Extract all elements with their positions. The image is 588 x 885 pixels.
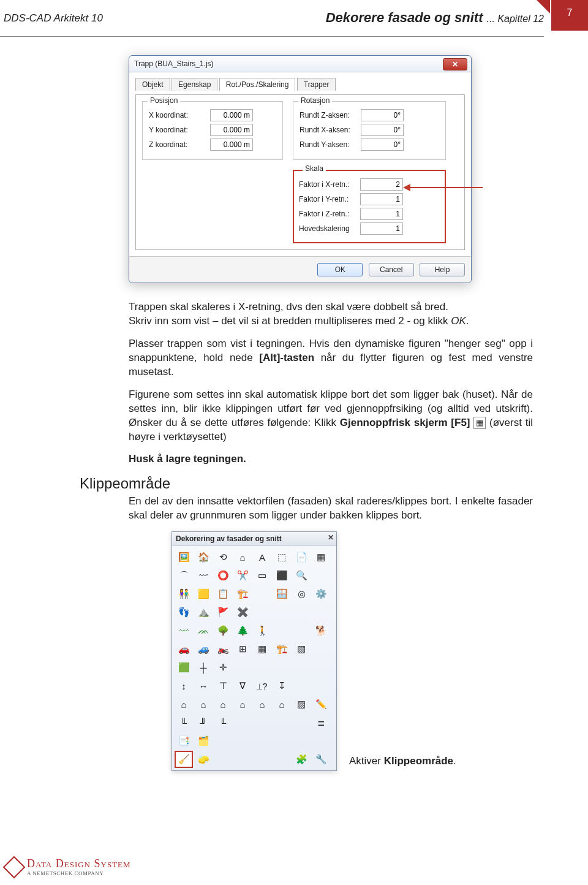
tool-icon[interactable]: ⭕ bbox=[214, 567, 232, 584]
tool-icon[interactable]: 🏠 bbox=[194, 549, 213, 566]
tool-icon[interactable] bbox=[312, 604, 330, 621]
tool-icon[interactable]: ⌂ bbox=[233, 549, 252, 566]
cancel-button[interactable]: Cancel bbox=[369, 263, 414, 276]
hovedskalering-input[interactable] bbox=[360, 222, 403, 235]
tool-icon[interactable]: ▦ bbox=[253, 640, 271, 658]
tool-icon[interactable]: 🌳 bbox=[214, 622, 232, 639]
tool-icon[interactable]: ▧ bbox=[292, 640, 311, 658]
tool-icon[interactable]: ⌂ bbox=[214, 696, 232, 713]
tool-icon[interactable]: 🚙 bbox=[194, 640, 213, 658]
faktor-x-input[interactable] bbox=[360, 178, 403, 191]
tool-icon[interactable] bbox=[312, 567, 330, 584]
tool-icon[interactable] bbox=[253, 585, 271, 602]
tool-icon[interactable] bbox=[292, 622, 311, 639]
tool-icon[interactable]: ▭ bbox=[253, 567, 271, 584]
tool-icon[interactable] bbox=[233, 659, 252, 676]
tool-icon[interactable] bbox=[233, 751, 252, 768]
tool-icon[interactable]: ✏️ bbox=[312, 696, 330, 713]
tool-icon[interactable]: ⌂ bbox=[233, 696, 252, 713]
tool-icon[interactable]: 🧽 bbox=[194, 751, 213, 768]
tool-icon[interactable]: ╙ bbox=[175, 714, 193, 731]
tool-icon[interactable]: ✖️ bbox=[233, 604, 252, 621]
toolbar-close-icon[interactable]: ✕ bbox=[328, 533, 334, 542]
tab-egenskap[interactable]: Egenskap bbox=[172, 78, 217, 91]
tool-icon[interactable]: 🚩 bbox=[214, 604, 232, 621]
tool-icon[interactable]: ╙ bbox=[214, 714, 232, 731]
tool-icon[interactable] bbox=[273, 659, 291, 676]
tool-icon[interactable]: ᨏ bbox=[194, 622, 213, 639]
tool-icon[interactable]: 🖼️ bbox=[175, 549, 193, 566]
tool-icon[interactable]: A bbox=[253, 549, 271, 566]
tool-icon[interactable]: 🏗️ bbox=[273, 640, 291, 658]
tool-icon[interactable] bbox=[292, 677, 311, 694]
tool-icon[interactable] bbox=[312, 640, 330, 658]
tool-icon[interactable]: 🔍 bbox=[292, 567, 311, 584]
tool-icon[interactable]: 📄 bbox=[292, 549, 311, 566]
ry-input[interactable] bbox=[361, 139, 404, 151]
y-coord-input[interactable] bbox=[210, 124, 253, 136]
tool-icon[interactable]: ▨ bbox=[292, 696, 311, 713]
tool-icon[interactable] bbox=[214, 732, 232, 750]
tool-icon[interactable]: 🚶 bbox=[253, 622, 271, 639]
tool-icon[interactable]: ◎ bbox=[292, 585, 311, 602]
tool-icon[interactable] bbox=[292, 604, 311, 621]
tool-icon[interactable]: ↕ bbox=[175, 677, 193, 694]
ok-button[interactable]: OK bbox=[317, 263, 363, 276]
klippeomrade-tool-icon[interactable]: 🧹 bbox=[175, 751, 193, 768]
tool-icon[interactable]: 📋 bbox=[214, 585, 232, 602]
faktor-z-input[interactable] bbox=[360, 208, 403, 220]
close-button[interactable]: ✕ bbox=[443, 58, 467, 70]
tool-icon[interactable]: ⊞ bbox=[233, 640, 252, 658]
tool-icon[interactable]: 🧩 bbox=[292, 751, 311, 768]
tool-icon[interactable] bbox=[253, 604, 271, 621]
tool-icon[interactable]: ∇ bbox=[233, 677, 252, 694]
tool-icon[interactable]: 🟨 bbox=[194, 585, 213, 602]
rx-input[interactable] bbox=[361, 124, 404, 136]
tool-icon[interactable]: 📑 bbox=[175, 732, 193, 750]
tool-icon[interactable] bbox=[253, 714, 271, 731]
tool-icon[interactable]: 👫 bbox=[175, 585, 193, 602]
tool-icon[interactable] bbox=[312, 659, 330, 676]
tool-icon[interactable]: ⌒ bbox=[175, 567, 193, 584]
tool-icon[interactable]: 🏍️ bbox=[214, 640, 232, 658]
tool-icon[interactable]: 🏗️ bbox=[233, 585, 252, 602]
tool-icon[interactable]: 🌲 bbox=[233, 622, 252, 639]
tool-icon[interactable]: ⌂ bbox=[253, 696, 271, 713]
z-coord-input[interactable] bbox=[210, 139, 253, 151]
tool-icon[interactable]: 〰 bbox=[175, 622, 193, 639]
tool-icon[interactable]: 〰 bbox=[194, 567, 213, 584]
faktor-y-input[interactable] bbox=[360, 193, 403, 205]
tool-icon[interactable]: ⌂ bbox=[194, 696, 213, 713]
tool-icon[interactable]: ⟂? bbox=[253, 677, 271, 694]
tool-icon[interactable] bbox=[253, 751, 271, 768]
tool-icon[interactable]: ╜ bbox=[194, 714, 213, 731]
tool-icon[interactable]: ↔ bbox=[194, 677, 213, 694]
tool-icon[interactable]: ⌂ bbox=[175, 696, 193, 713]
tool-icon[interactable]: 🪟 bbox=[273, 585, 291, 602]
tool-icon[interactable]: 🟩 bbox=[175, 659, 193, 676]
tab-trapper[interactable]: Trapper bbox=[297, 78, 336, 91]
tool-icon[interactable]: ⊤ bbox=[214, 677, 232, 694]
help-button[interactable]: Help bbox=[420, 263, 465, 276]
tool-icon[interactable]: 🚗 bbox=[175, 640, 193, 658]
tool-icon[interactable]: ✂️ bbox=[233, 567, 252, 584]
tool-icon[interactable]: 🔧 bbox=[312, 751, 330, 768]
tool-icon[interactable]: ⌂ bbox=[273, 696, 291, 713]
tab-rot-pos-skalering[interactable]: Rot./Pos./Skalering bbox=[219, 78, 296, 91]
tool-icon[interactable] bbox=[233, 732, 252, 750]
x-coord-input[interactable] bbox=[210, 109, 253, 121]
tool-icon[interactable] bbox=[253, 732, 271, 750]
tool-icon[interactable] bbox=[273, 732, 291, 750]
tab-objekt[interactable]: Objekt bbox=[135, 78, 170, 91]
tool-icon[interactable]: ⬚ bbox=[273, 549, 291, 566]
tool-icon[interactable] bbox=[292, 714, 311, 731]
tool-icon[interactable]: ⬛ bbox=[273, 567, 291, 584]
tool-icon[interactable] bbox=[292, 659, 311, 676]
tool-icon[interactable] bbox=[253, 659, 271, 676]
tool-icon[interactable]: 👣 bbox=[175, 604, 193, 621]
tool-icon[interactable]: ⚙️ bbox=[312, 585, 330, 602]
tool-icon[interactable] bbox=[273, 604, 291, 621]
rz-input[interactable] bbox=[361, 109, 404, 121]
tool-icon[interactable] bbox=[273, 622, 291, 639]
tool-icon[interactable] bbox=[312, 732, 330, 750]
